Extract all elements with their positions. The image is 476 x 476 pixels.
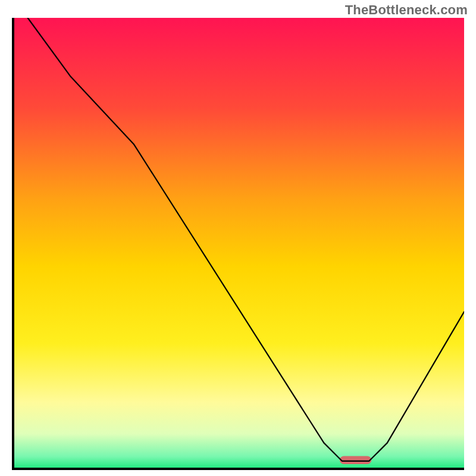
chart-plot-area bbox=[12, 18, 464, 470]
chart-svg bbox=[12, 18, 464, 470]
optimum-marker bbox=[340, 456, 371, 464]
watermark-text: TheBottleneck.com bbox=[345, 2, 468, 18]
